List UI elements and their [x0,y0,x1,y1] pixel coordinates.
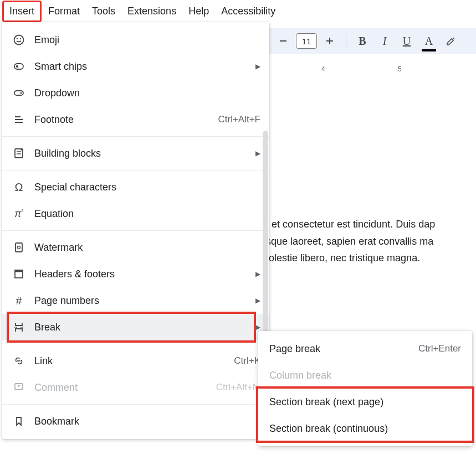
bookmark-icon [12,415,25,428]
building-blocks-icon [12,147,25,160]
menubar: Insert Format Tools Extensions Help Acce… [0,0,476,22]
submenu-label: Page break [269,343,418,355]
menu-separator [2,344,269,344]
menu-watermark[interactable]: Watermark [2,234,269,261]
menu-separator [2,404,269,405]
emoji-icon [12,33,25,46]
menu-equation[interactable]: π² Equation [2,200,269,227]
submenu-arrow-icon: ▶ [255,270,260,278]
dropdown-icon [12,86,25,100]
menu-shortcut: Ctrl+Alt+F [218,114,260,125]
toolbar: 11 B I U A [269,28,476,54]
submenu-arrow-icon: ▶ [255,323,260,331]
document-body[interactable]: n, et consectetur est tincidunt. Duis da… [260,216,476,267]
svg-point-3 [14,35,24,45]
menu-label: Watermark [34,242,260,254]
scrollbar-thumb[interactable] [263,131,268,365]
menu-label: Link [34,355,234,367]
menu-label: Dropdown [34,87,260,99]
font-size-decrease[interactable] [274,32,293,50]
menu-separator [2,170,269,170]
watermark-icon [12,241,25,254]
menubar-tools[interactable]: Tools [86,2,121,20]
svg-point-5 [20,38,21,39]
menubar-accessibility[interactable]: Accessibility [216,2,281,20]
doc-line: molestie libero, nec tristique magna. [260,250,476,267]
svg-point-16 [18,246,21,249]
menubar-format[interactable]: Format [43,2,85,20]
ruler-tick-4: 4 [321,65,325,73]
ruler-tick-5: 5 [398,65,402,73]
font-size-increase[interactable] [320,32,339,50]
menu-footnote[interactable]: Footnote Ctrl+Alt+F [2,106,269,133]
menu-label: Special characters [34,182,260,193]
menu-link[interactable]: Link Ctrl+K [2,348,269,374]
submenu-section-break-continuous[interactable]: Section break (continuous) [258,415,472,442]
menu-headers-footers[interactable]: Headers & footers ▶ [2,261,269,287]
italic-button[interactable]: I [375,32,394,50]
menu-label: Emoji [34,34,260,46]
menu-label: Headers & footers [34,268,251,280]
equation-icon: π² [12,207,25,220]
menu-shortcut: Ctrl+K [234,355,260,366]
break-icon [12,321,25,334]
submenu-column-break: Column break [258,362,472,389]
menu-label: Comment [34,382,216,394]
doc-line: esque laoreet, sapien erat convallis ma [260,233,476,250]
menu-label: Building blocks [34,148,251,159]
submenu-label: Column break [269,370,461,381]
svg-point-7 [16,65,18,68]
menu-emoji[interactable]: Emoji [2,27,269,53]
submenu-arrow-icon: ▶ [255,149,260,157]
text-color-button[interactable]: A [419,32,438,50]
underline-button[interactable]: U [397,32,416,50]
page-numbers-icon: # [12,294,25,307]
ruler: 4 5 [269,65,476,75]
submenu-arrow-icon: ▶ [255,63,260,70]
smart-chips-icon [12,60,25,73]
doc-line: n, et consectetur est tincidunt. Duis da… [260,216,476,233]
menu-label: Smart chips [34,61,251,73]
svg-rect-6 [14,64,23,69]
submenu-arrow-icon: ▶ [255,297,260,304]
submenu-label: Section break (next page) [269,396,461,408]
headers-footers-icon [12,267,25,281]
bold-button[interactable]: B [353,32,372,50]
menu-separator [2,230,269,231]
link-icon [12,354,25,368]
menu-label: Bookmark [34,416,260,427]
menu-separator [2,136,269,137]
comment-icon [12,381,25,394]
menu-label: Break [34,322,251,333]
menu-bookmark[interactable]: Bookmark [2,408,269,435]
menu-label: Footnote [34,114,218,126]
menu-page-numbers[interactable]: # Page numbers ▶ [2,287,269,314]
break-submenu: Page break Ctrl+Enter Column break Secti… [258,331,472,446]
insert-menu: Emoji Smart chips ▶ Dropdown Footnote Ct… [2,22,269,439]
menubar-help[interactable]: Help [183,2,214,20]
footnote-icon [12,113,25,126]
menu-label: Equation [34,208,260,220]
submenu-section-break-next-page[interactable]: Section break (next page) [258,389,472,415]
font-size-input[interactable]: 11 [296,33,317,49]
menubar-insert[interactable]: Insert [2,1,42,22]
menu-shortcut: Ctrl+Alt+M [216,382,260,393]
toolbar-divider [346,34,346,48]
menu-building-blocks[interactable]: Building blocks ▶ [2,140,269,167]
menu-break[interactable]: Break ▶ [2,314,269,340]
submenu-page-break[interactable]: Page break Ctrl+Enter [258,335,472,362]
menu-smart-chips[interactable]: Smart chips ▶ [2,53,269,80]
svg-rect-18 [15,270,23,272]
menu-special-characters[interactable]: Ω Special characters [2,174,269,200]
highlight-button[interactable] [442,32,460,50]
menu-dropdown[interactable]: Dropdown [2,80,269,106]
submenu-label: Section break (continuous) [269,423,461,435]
svg-point-4 [17,38,18,39]
svg-rect-15 [16,243,22,252]
menu-label: Page numbers [34,295,251,307]
special-characters-icon: Ω [12,180,25,194]
menubar-extensions[interactable]: Extensions [122,2,182,20]
menu-comment: Comment Ctrl+Alt+M [2,374,269,401]
submenu-shortcut: Ctrl+Enter [418,343,461,354]
